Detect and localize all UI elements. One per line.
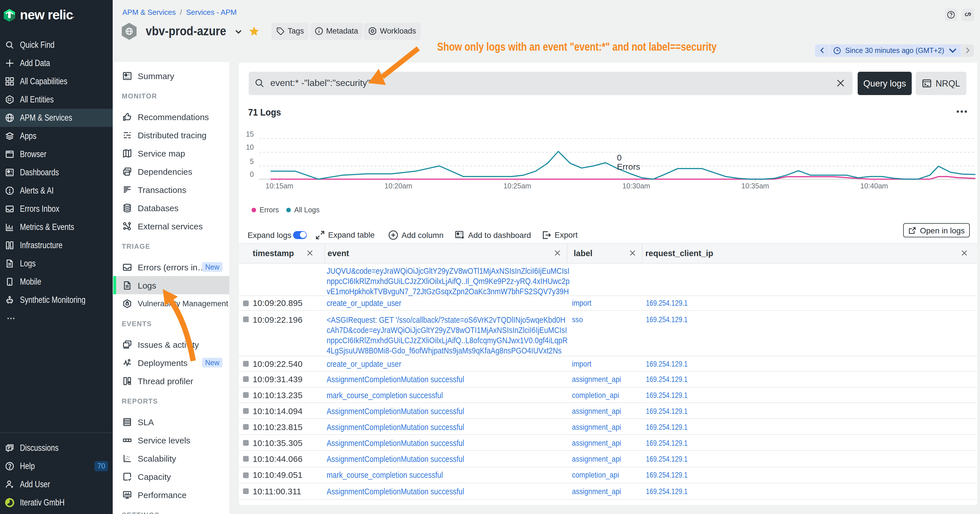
svg-text:10:40am: 10:40am [860,182,888,190]
svg-text:10:30am: 10:30am [622,182,650,190]
svg-text:0: 0 [250,170,254,178]
svg-text:10:25am: 10:25am [503,182,531,190]
svg-text:10:35am: 10:35am [741,182,769,190]
svg-text:10:15am: 10:15am [266,182,293,190]
svg-text:10: 10 [246,143,254,151]
svg-text:10:20am: 10:20am [385,182,412,190]
svg-text:15: 15 [246,130,254,138]
svg-text:5: 5 [250,158,254,165]
